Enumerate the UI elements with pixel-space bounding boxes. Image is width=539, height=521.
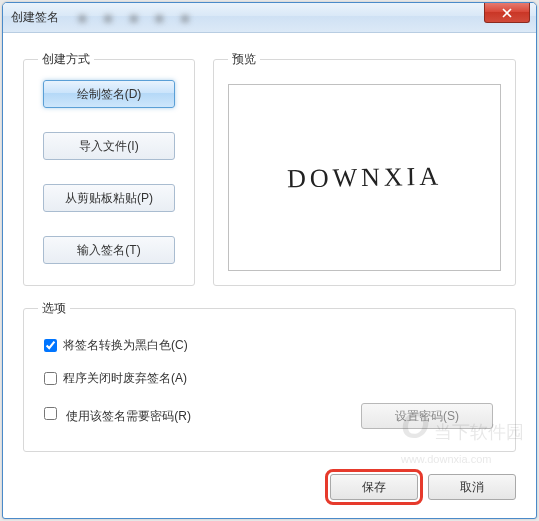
- set-password-button[interactable]: 设置密码(S): [361, 403, 493, 429]
- password-label: 使用该签名需要密码(R): [66, 409, 191, 423]
- option-password: 使用该签名需要密码(R) 设置密码(S): [38, 395, 501, 437]
- action-bar: 保存 取消: [330, 474, 516, 500]
- preview-canvas[interactable]: DOWNXIA: [228, 84, 501, 271]
- titlebar[interactable]: 创建签名 ■ ■ ■ ■ ■: [3, 3, 536, 33]
- obscured-menu: ■ ■ ■ ■ ■: [79, 12, 196, 24]
- cancel-button[interactable]: 取消: [428, 474, 516, 500]
- draw-signature-button[interactable]: 绘制签名(D): [43, 80, 175, 108]
- convert-bw-checkbox[interactable]: [44, 339, 57, 352]
- convert-bw-label: 将签名转换为黑白色(C): [63, 337, 188, 354]
- close-icon: [502, 8, 512, 18]
- preview-group: 预览 DOWNXIA: [213, 51, 516, 286]
- dialog-content: 创建方式 绘制签名(D) 导入文件(I) 从剪贴板粘贴(P) 输入签名(T) 预…: [3, 33, 536, 518]
- create-method-group: 创建方式 绘制签名(D) 导入文件(I) 从剪贴板粘贴(P) 输入签名(T): [23, 51, 195, 286]
- save-button[interactable]: 保存: [330, 474, 418, 500]
- type-signature-button[interactable]: 输入签名(T): [43, 236, 175, 264]
- paste-clipboard-button[interactable]: 从剪贴板粘贴(P): [43, 184, 175, 212]
- discard-checkbox[interactable]: [44, 372, 57, 385]
- options-legend: 选项: [38, 300, 70, 317]
- close-button[interactable]: [484, 3, 530, 23]
- options-group: 选项 将签名转换为黑白色(C) 程序关闭时废弃签名(A) 使用该签名需要密码(R…: [23, 300, 516, 452]
- import-file-button[interactable]: 导入文件(I): [43, 132, 175, 160]
- password-checkbox[interactable]: [44, 407, 57, 420]
- dialog-window: 创建签名 ■ ■ ■ ■ ■ 创建方式 绘制签名(D) 导入文件(I) 从剪贴板…: [2, 2, 537, 519]
- preview-signature-text: DOWNXIA: [287, 161, 443, 194]
- create-method-legend: 创建方式: [38, 51, 94, 68]
- discard-label: 程序关闭时废弃签名(A): [63, 370, 187, 387]
- window-title: 创建签名: [11, 9, 59, 26]
- option-convert-bw: 将签名转换为黑白色(C): [38, 329, 501, 362]
- preview-legend: 预览: [228, 51, 260, 68]
- option-discard: 程序关闭时废弃签名(A): [38, 362, 501, 395]
